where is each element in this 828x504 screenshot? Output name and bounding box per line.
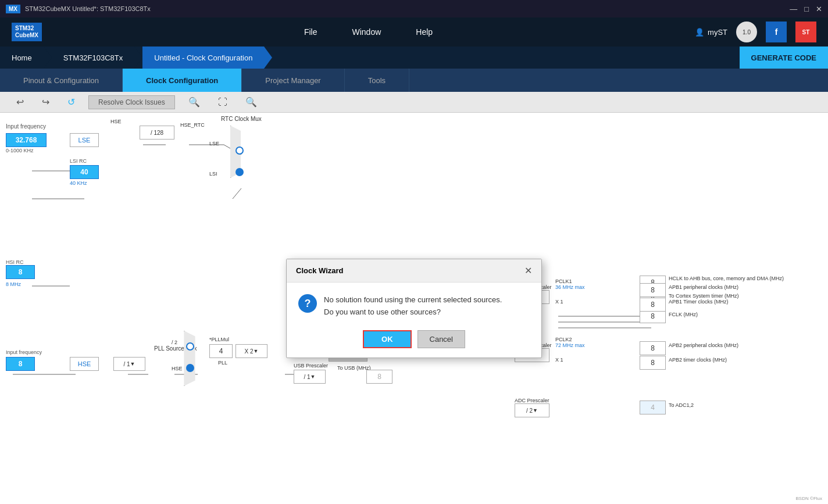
brand-icon: ST [795, 22, 816, 42]
dialog-message: No solution found using the current sele… [324, 294, 502, 319]
breadcrumb-home[interactable]: Home [0, 47, 44, 69]
breadcrumb-bar: Home STM32F103C8Tx Untitled - Clock Conf… [0, 47, 828, 69]
dialog-question-icon: ? [298, 294, 317, 313]
breadcrumb-arrow-2 [134, 47, 142, 69]
menu-file[interactable]: File [304, 27, 317, 37]
fit-screen-button[interactable]: ⛶ [213, 95, 232, 110]
dialog-footer: OK Cancel [287, 324, 541, 358]
dialog-overlay: Clock Wizard ✕ ? No solution found using… [0, 113, 828, 504]
menu-bar: STM32CubeMX File Window Help 👤 myST 1.0 … [0, 17, 828, 47]
main-content: Input frequency 32.768 0-1000 KHz LSE LS… [0, 113, 828, 504]
window-controls[interactable]: — □ ✕ [790, 5, 822, 13]
clock-wizard-dialog: Clock Wizard ✕ ? No solution found using… [286, 259, 542, 358]
menu-right: 👤 myST 1.0 f ST [695, 22, 816, 42]
facebook-icon[interactable]: f [766, 22, 787, 42]
version-badge: 1.0 [736, 22, 757, 42]
refresh-button[interactable]: ↺ [63, 94, 80, 110]
zoom-in-button[interactable]: 🔍 [184, 94, 205, 110]
tab-pinout[interactable]: Pinout & Configuration [0, 69, 123, 92]
title-bar-left: MX STM32CubeMX Untitled*: STM32F103C8Tx [6, 5, 151, 13]
user-icon: 👤 [695, 28, 704, 37]
logo: STM32CubeMX [12, 23, 42, 41]
dialog-cancel-button[interactable]: Cancel [417, 330, 465, 348]
resolve-clock-button[interactable]: Resolve Clock Issues [88, 95, 175, 109]
breadcrumb-arrow-1 [44, 47, 52, 69]
menu-window[interactable]: Window [352, 27, 381, 37]
tab-tools[interactable]: Tools [345, 69, 409, 92]
logo-box: STM32CubeMX [12, 23, 42, 41]
title-bar: MX STM32CubeMX Untitled*: STM32F103C8Tx … [0, 0, 828, 17]
redo-button[interactable]: ↪ [37, 94, 54, 110]
app-icon: MX [6, 5, 20, 13]
breadcrumb-arrow-3 [264, 47, 272, 69]
toolbar: ↩ ↪ ↺ Resolve Clock Issues 🔍 ⛶ 🔍 [0, 92, 828, 113]
dialog-title: Clock Wizard [296, 266, 344, 275]
myst-button[interactable]: 👤 myST [695, 28, 727, 37]
minimize-btn[interactable]: — [790, 5, 797, 13]
myst-label: myST [708, 28, 727, 37]
menu-help[interactable]: Help [416, 27, 433, 37]
dialog-close-button[interactable]: ✕ [524, 265, 532, 276]
tab-project[interactable]: Project Manager [242, 69, 344, 92]
close-btn[interactable]: ✕ [816, 5, 822, 13]
tab-clock[interactable]: Clock Configuration [123, 69, 242, 92]
zoom-out-button[interactable]: 🔍 [241, 94, 262, 110]
undo-button[interactable]: ↩ [12, 94, 28, 110]
dialog-body: ? No solution found using the current se… [287, 283, 541, 324]
breadcrumb-device[interactable]: STM32F103C8Tx [52, 47, 135, 69]
title-bar-text: STM32CubeMX Untitled*: STM32F103C8Tx [25, 5, 151, 12]
dialog-header: Clock Wizard ✕ [287, 259, 541, 283]
maximize-btn[interactable]: □ [804, 5, 809, 13]
dialog-ok-button[interactable]: OK [363, 330, 412, 348]
tab-bar: Pinout & Configuration Clock Configurati… [0, 69, 828, 92]
generate-code-button[interactable]: GENERATE CODE [740, 47, 828, 69]
breadcrumb-clock-config[interactable]: Untitled - Clock Configuration [142, 47, 264, 69]
menu-items: File Window Help [77, 27, 660, 37]
